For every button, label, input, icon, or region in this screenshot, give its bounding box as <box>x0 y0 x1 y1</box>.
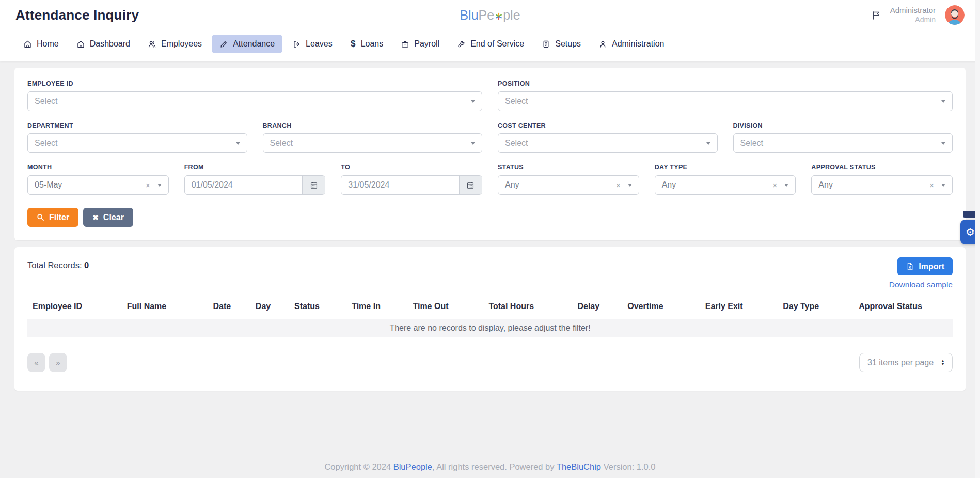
nav-label: Home <box>37 39 59 49</box>
footer: Copyright © 2024 BluPeople, All rights r… <box>0 462 980 472</box>
employee-id-label: EMPLOYEE ID <box>27 80 482 87</box>
nav-label: End of Service <box>470 39 524 49</box>
briefcase-icon <box>401 40 409 49</box>
day-type-select[interactable]: Any × <box>655 175 796 195</box>
clear-icon[interactable]: × <box>773 181 778 190</box>
avatar[interactable] <box>945 5 965 25</box>
position-select[interactable]: Select <box>498 91 953 111</box>
branch-select[interactable]: Select <box>263 133 483 153</box>
thebluchip-link[interactable]: TheBluChip <box>557 462 601 471</box>
calendar-icon[interactable] <box>302 176 325 194</box>
nav-item-payroll[interactable]: Payroll <box>393 35 447 53</box>
col-early-exit: Early Exit <box>700 295 778 319</box>
nav-item-setups[interactable]: Setups <box>534 35 589 53</box>
clear-icon[interactable]: × <box>616 181 621 190</box>
filter-button[interactable]: Filter <box>27 208 78 227</box>
from-date-input[interactable]: 01/05/2024 <box>184 175 326 195</box>
chevron-down-icon <box>236 142 240 145</box>
cost-center-select[interactable]: Select <box>498 133 718 153</box>
day-type-label: DAY TYPE <box>655 164 796 171</box>
total-records: Total Records: 0 <box>27 257 89 270</box>
nav-item-dashboard[interactable]: Dashboard <box>69 35 138 53</box>
nav-item-home[interactable]: Home <box>15 35 67 53</box>
home-icon <box>76 40 85 49</box>
empty-state-message: There are no records to display, please … <box>27 319 953 338</box>
month-select[interactable]: 05-May × <box>27 175 169 195</box>
nav-item-leaves[interactable]: Leaves <box>284 35 340 53</box>
filter-to: TO 31/05/2024 <box>341 164 482 195</box>
clear-button[interactable]: ✖ Clear <box>83 208 133 227</box>
filter-cost-center: COST CENTER Select <box>498 122 718 153</box>
chevron-down-icon <box>471 142 475 145</box>
col-employee-id: Employee ID <box>27 295 122 319</box>
user-name: Administrator <box>890 6 936 16</box>
user-role: Admin <box>890 16 936 25</box>
x-icon: ✖ <box>92 213 99 222</box>
filter-status: STATUS Any × <box>498 164 639 195</box>
logo-star-icon <box>495 12 502 20</box>
filter-approval-status: APPROVAL STATUS Any × <box>811 164 953 195</box>
brand-logo: BluPeple <box>460 8 520 23</box>
blupeople-link[interactable]: BluPeople <box>393 462 432 471</box>
filter-day-type: DAY TYPE Any × <box>655 164 796 195</box>
col-full-name: Full Name <box>122 295 208 319</box>
col-delay: Delay <box>572 295 622 319</box>
clear-icon[interactable]: × <box>929 181 934 190</box>
col-time-out: Time Out <box>407 295 483 319</box>
prev-page-button[interactable]: « <box>27 353 45 372</box>
division-label: DIVISION <box>733 122 953 129</box>
gear-icon: ⚙ <box>966 226 975 238</box>
col-day: Day <box>250 295 289 319</box>
next-page-button[interactable]: » <box>49 353 67 372</box>
main-nav: Home Dashboard Employees Attendance Leav… <box>0 30 980 61</box>
nav-item-employees[interactable]: Employees <box>140 35 210 53</box>
scrollbar-track[interactable] <box>975 0 980 478</box>
flag-icon[interactable] <box>871 10 881 21</box>
department-select[interactable]: Select <box>27 133 247 153</box>
col-day-type: Day Type <box>778 295 853 319</box>
wrench-icon <box>457 40 466 49</box>
nav-item-loans[interactable]: $ Loans <box>342 34 391 54</box>
user-info[interactable]: Administrator Admin <box>890 6 936 24</box>
col-status: Status <box>289 295 346 319</box>
user-area: Administrator Admin <box>871 5 965 25</box>
download-sample-link[interactable]: Download sample <box>889 280 953 289</box>
nav-label: Leaves <box>306 39 333 49</box>
filter-branch: BRANCH Select <box>263 122 483 153</box>
chevron-down-icon <box>941 100 945 103</box>
dollar-icon: $ <box>350 39 356 49</box>
nav-item-administration[interactable]: Administration <box>591 35 672 53</box>
nav-label: Loans <box>361 39 384 49</box>
nav-label: Employees <box>161 39 202 49</box>
calendar-icon[interactable] <box>459 176 482 194</box>
exit-arrow-icon <box>292 40 301 49</box>
col-overtime: Overtime <box>622 295 700 319</box>
status-select[interactable]: Any × <box>498 175 639 195</box>
clear-icon[interactable]: × <box>146 181 150 190</box>
items-per-page-select[interactable]: 31 items per page ▲▼ <box>859 353 953 372</box>
search-icon <box>37 213 44 221</box>
approval-status-label: APPROVAL STATUS <box>811 164 953 171</box>
nav-item-end-of-service[interactable]: End of Service <box>449 35 532 53</box>
col-time-in: Time In <box>346 295 407 319</box>
approval-status-select[interactable]: Any × <box>811 175 953 195</box>
person-icon <box>598 40 607 49</box>
chevron-down-icon <box>628 184 632 187</box>
chevron-down-icon <box>706 142 710 145</box>
nav-label: Setups <box>555 39 581 49</box>
to-date-input[interactable]: 31/05/2024 <box>341 175 482 195</box>
cost-center-label: COST CENTER <box>498 122 718 129</box>
filter-employee-id: EMPLOYEE ID Select <box>27 80 482 111</box>
people-icon <box>148 40 156 49</box>
col-total-hours: Total Hours <box>483 295 572 319</box>
employee-id-select[interactable]: Select <box>27 91 482 111</box>
import-button[interactable]: Import <box>897 257 953 275</box>
nav-label: Dashboard <box>90 39 130 49</box>
nav-item-attendance[interactable]: Attendance <box>212 35 282 53</box>
pencil-icon <box>219 40 228 49</box>
filter-month: MONTH 05-May × <box>27 164 169 195</box>
filter-panel: EMPLOYEE ID Select POSITION Select DEPAR… <box>14 68 966 240</box>
branch-label: BRANCH <box>263 122 483 129</box>
division-select[interactable]: Select <box>733 133 953 153</box>
document-icon <box>542 40 550 49</box>
